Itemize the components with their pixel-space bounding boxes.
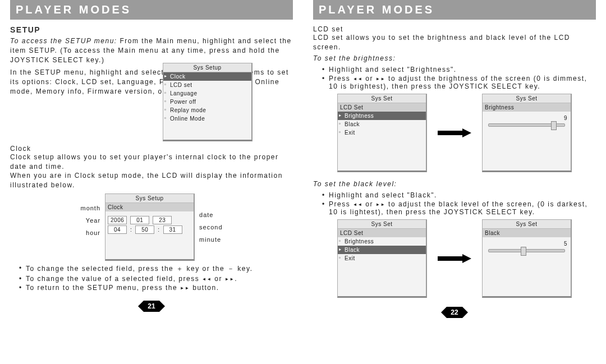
lcd-sys-setup: Sys Setup Clock LCD set Language Power o… — [163, 63, 252, 141]
bullet-change-value: To change the value of a selected field,… — [19, 275, 293, 283]
page-22: PLAYER MODES LCD set LCD set allows you … — [303, 0, 606, 328]
label-month: month — [80, 205, 100, 211]
spread: PLAYER MODES SETUP To access the SETUP m… — [0, 0, 606, 328]
clock-month: 01 — [130, 216, 149, 224]
page-number-22: 22 — [447, 307, 462, 318]
page-number-21: 21 — [144, 301, 159, 312]
header-right: PLAYER MODES — [313, 0, 596, 20]
slider-thumb — [551, 121, 557, 130]
slider-thumb — [521, 247, 526, 256]
menu-item-lcdset: LCD set — [163, 81, 251, 89]
clock-para2: When you are in Clock setup mode, the LC… — [10, 171, 293, 190]
lcd-title-sysset: Sys Set — [338, 94, 426, 103]
lcd-clock-sub: Clock — [105, 203, 194, 211]
lcd-title: Sys Setup — [163, 63, 251, 72]
brightness-value: 9 — [486, 115, 567, 121]
clock-year: 2006 — [108, 216, 127, 224]
lcd-sub-lcdset2: LCD Set — [338, 229, 426, 237]
label-date: date — [199, 211, 213, 218]
item-exit2: Exit — [338, 254, 426, 262]
black-bullets: Highlight and select "Black". Press ◂◂ o… — [313, 191, 596, 216]
lcd-lcdset-1: Sys Set LCD Set Brightness Black Exit — [337, 94, 427, 172]
lcd-title-sysset3: Sys Set — [338, 220, 426, 229]
clock-min: 50 — [135, 225, 154, 234]
b-bullet-1: Highlight and select "Brightness". — [322, 66, 596, 73]
item-exit: Exit — [338, 128, 426, 137]
lcd-sub-lcdset: LCD Set — [338, 103, 426, 112]
lcd-brightness: Sys Set Brightness 9 — [482, 94, 572, 172]
menu-item-language: Language — [163, 89, 251, 98]
item-black: Black — [338, 120, 426, 128]
setup-heading: SETUP — [10, 25, 293, 34]
lcdset-para: LCD set allows you to set the brightness… — [313, 33, 596, 52]
item-brightness2: Brightness — [338, 237, 426, 246]
setup-intro: To access the SETUP menu: From the Main … — [10, 36, 293, 64]
lcd-black: Sys Set Black 5 — [482, 219, 572, 298]
minus-icon: － — [227, 265, 235, 273]
black-value: 5 — [486, 241, 567, 247]
item-black2: Black — [338, 246, 426, 254]
bl-bullet-2: Press ◂◂ or ▸▸ to adjust the black level… — [322, 200, 596, 216]
lcd-title-sysset2: Sys Set — [483, 94, 571, 103]
arrow-icon — [429, 128, 480, 137]
clock-bullets: To change the selected field, press the … — [10, 264, 293, 292]
menu-item-clock: Clock — [163, 72, 251, 81]
lcd-title-sysset4: Sys Set — [483, 220, 571, 229]
clock-sec: 31 — [163, 225, 182, 234]
lcd-sub-brightness: Brightness — [483, 103, 571, 112]
ff-icon: ▸▸ — [180, 284, 190, 292]
bl-bullet-1: Highlight and select "Black". — [322, 191, 596, 199]
bullet-return: To return to the SETUP menu, press the ▸… — [19, 284, 293, 292]
item-brightness: Brightness — [338, 112, 426, 120]
lcd-lcdset-2: Sys Set LCD Set Brightness Black Exit — [337, 219, 427, 298]
next-icon: ▸▸ — [376, 200, 385, 208]
lcd-clock: Sys Setup Clock 2006 01 23 04 : 50 : 31 — [105, 193, 195, 261]
label-hour: hour — [86, 229, 100, 236]
bullet-change-field: To change the selected field, press the … — [19, 264, 293, 274]
plus-icon: ＋ — [176, 265, 184, 273]
black-em: To set the black level: — [313, 180, 596, 188]
label-year: Year — [86, 217, 100, 224]
prev-icon: ◂◂ — [202, 275, 212, 283]
next-icon: ▸▸ — [225, 275, 235, 283]
page-21: PLAYER MODES SETUP To access the SETUP m… — [0, 0, 303, 328]
arrow-icon — [429, 254, 480, 263]
clock-hour: 04 — [108, 225, 127, 234]
prev-icon: ◂◂ — [353, 75, 362, 82]
menu-item-online: Online Mode — [163, 114, 251, 123]
menu-item-poweroff: Power off — [163, 98, 251, 106]
prev-icon: ◂◂ — [353, 200, 362, 208]
clock-heading: Clock — [10, 145, 293, 153]
brightness-slider — [488, 123, 565, 127]
black-slider — [488, 249, 565, 252]
header-left: PLAYER MODES — [10, 0, 293, 20]
menu-item-replay: Replay mode — [163, 106, 251, 114]
clock-para1: Clock setup allows you to set your playe… — [10, 153, 293, 172]
b-bullet-2: Press ◂◂ or ▸▸ to adjust the brightness … — [322, 75, 596, 90]
label-minute: minute — [199, 236, 221, 243]
lcd-clock-title: Sys Setup — [105, 194, 194, 203]
clock-date: 23 — [153, 216, 172, 224]
setup-intro-em: To access the SETUP menu: — [10, 37, 117, 45]
label-second: second — [199, 224, 222, 231]
next-icon: ▸▸ — [376, 75, 385, 82]
lcdset-heading: LCD set — [313, 25, 596, 33]
lcd-sub-black: Black — [483, 229, 571, 237]
brightness-bullets: Highlight and select "Brightness". Press… — [313, 66, 596, 90]
brightness-em: To set the brightness: — [313, 54, 596, 62]
